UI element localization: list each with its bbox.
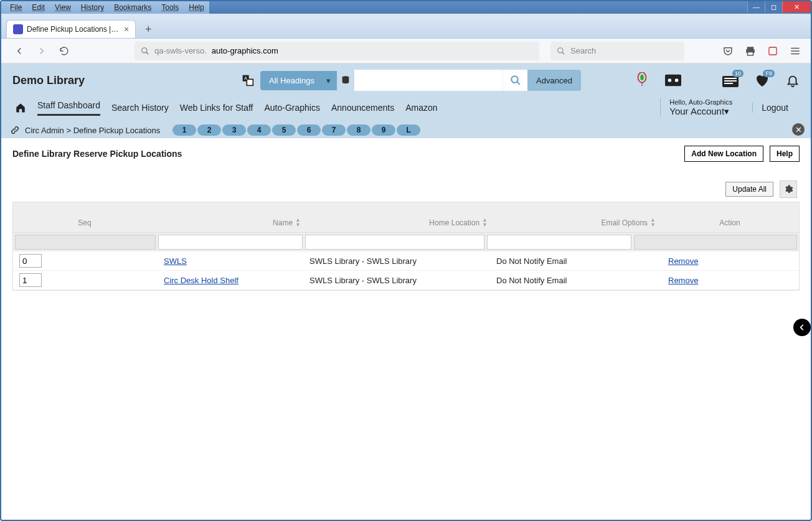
catalog-search-input[interactable] [354, 70, 503, 91]
seq-input[interactable] [19, 273, 42, 287]
session-pill-4[interactable]: 4 [247, 124, 271, 136]
cell-email: Do Not Notify Email [496, 276, 664, 285]
print-icon[interactable] [745, 45, 756, 57]
shield-icon[interactable] [767, 45, 778, 57]
nav-staff-dashboard[interactable]: Staff Dashboard [37, 100, 100, 116]
add-new-location-button[interactable]: Add New Location [684, 146, 763, 162]
side-chevron-left-icon[interactable] [793, 319, 811, 336]
menu-tools[interactable]: Tools [156, 2, 184, 13]
filter-action [634, 235, 797, 250]
col-header-seq[interactable]: Seq [13, 202, 156, 232]
location-name-link[interactable]: Circ Desk Hold Shelf [164, 276, 238, 285]
col-header-home[interactable]: Home Location▲▼ [306, 202, 493, 232]
search-scope-dropdown[interactable]: All Headings [260, 71, 337, 90]
nav-home-icon[interactable] [15, 102, 26, 113]
window-close-button[interactable]: ✕ [782, 1, 811, 12]
remove-link[interactable]: Remove [668, 276, 698, 285]
menu-history[interactable]: History [76, 2, 109, 13]
session-pill-2[interactable]: 2 [197, 124, 221, 136]
favicon-icon [13, 24, 23, 34]
bell-icon[interactable] [786, 73, 800, 88]
pocket-icon[interactable] [722, 45, 734, 57]
window-minimize-button[interactable]: — [747, 1, 765, 12]
location-name-link[interactable]: SWLS [164, 256, 187, 266]
logout-link[interactable]: Logout [752, 103, 797, 113]
help-button[interactable]: Help [770, 146, 800, 162]
browser-menu-bar: File Edit View History Bookmarks Tools H… [1, 1, 209, 14]
col-header-email[interactable]: Email Options▲▼ [493, 202, 661, 232]
filter-home[interactable] [305, 235, 484, 250]
svg-point-10 [511, 76, 518, 83]
window-titlebar: File Edit View History Bookmarks Tools H… [1, 1, 811, 14]
menu-help[interactable]: Help [184, 2, 209, 13]
page-title: Define Library Reserve Pickup Locations [12, 149, 182, 159]
browser-tab-active[interactable]: Define Pickup Locations | SWLS × [6, 20, 136, 38]
app-header: Demo Library A All Headings Advanced [1, 63, 811, 122]
svg-point-12 [640, 75, 644, 80]
session-pill-L[interactable]: L [397, 124, 420, 136]
col-header-name[interactable]: Name▲▼ [156, 202, 306, 232]
col-header-action: Action [661, 202, 799, 232]
sort-icon: ▲▼ [482, 217, 488, 227]
app-nav: Staff Dashboard Search History Web Links… [12, 91, 800, 122]
menu-view[interactable]: View [50, 2, 76, 13]
forward-button[interactable] [34, 43, 50, 59]
nav-amazon[interactable]: Amazon [405, 103, 437, 113]
nav-web-links[interactable]: Web Links for Staff [180, 103, 253, 113]
catalog-search-group: A All Headings Advanced [240, 70, 581, 91]
session-pill-1[interactable]: 1 [172, 124, 196, 136]
cell-home: SWLS Library - SWLS Library [309, 256, 496, 266]
new-tab-button[interactable]: + [139, 21, 157, 38]
cell-home: SWLS Library - SWLS Library [309, 276, 496, 285]
menu-edit[interactable]: Edit [27, 2, 50, 13]
filter-seq [15, 235, 156, 250]
filter-email[interactable] [487, 235, 631, 250]
search-glass-icon [141, 47, 149, 55]
address-bar[interactable]: qa-swls-verso.auto-graphics.com [135, 42, 539, 60]
back-button[interactable] [11, 43, 27, 59]
heart-icon[interactable]: F9 [755, 73, 770, 87]
nav-auto-graphics[interactable]: Auto-Graphics [265, 103, 320, 113]
catalog-search-button[interactable] [503, 70, 527, 91]
url-prefix: qa-swls-verso. [154, 46, 207, 55]
session-pill-7[interactable]: 7 [322, 124, 346, 136]
breadcrumb-path[interactable]: Circ Admin > Define Pickup Locations [25, 126, 160, 135]
gear-icon[interactable] [780, 181, 797, 198]
svg-point-1 [558, 47, 563, 52]
reload-button[interactable] [56, 43, 72, 59]
menu-file[interactable]: File [5, 2, 27, 13]
library-brand: Demo Library [12, 74, 85, 87]
cell-email: Do Not Notify Email [496, 256, 664, 266]
table-row: SWLS SWLS Library - SWLS Library Do Not … [13, 251, 799, 271]
account-box[interactable]: Hello, Auto-Graphics Your Account▾ [660, 98, 741, 117]
breadcrumb-close-icon[interactable]: ✕ [792, 123, 805, 136]
library-card-icon[interactable]: 10 [722, 73, 739, 87]
film-reels-icon[interactable] [665, 73, 681, 88]
database-icon[interactable] [337, 70, 354, 91]
session-pill-9[interactable]: 9 [372, 124, 395, 136]
update-all-button[interactable]: Update All [725, 182, 773, 197]
card-badge: 10 [732, 70, 744, 77]
session-pill-5[interactable]: 5 [272, 124, 296, 136]
seq-input[interactable] [19, 254, 42, 268]
menu-bookmarks[interactable]: Bookmarks [109, 2, 156, 13]
browser-search-box[interactable]: Search [550, 42, 684, 60]
nav-search-history[interactable]: Search History [111, 103, 169, 113]
svg-rect-2 [747, 47, 754, 49]
advanced-search-button[interactable]: Advanced [527, 70, 581, 91]
window-maximize-button[interactable]: ◻ [765, 1, 782, 12]
session-pill-6[interactable]: 6 [297, 124, 321, 136]
remove-link[interactable]: Remove [668, 256, 698, 266]
balloon-icon[interactable] [635, 72, 649, 88]
session-pills: 1 2 3 4 5 6 7 8 9 L [172, 124, 420, 136]
nav-announcements[interactable]: Announcements [331, 103, 394, 113]
browser-search-placeholder: Search [570, 46, 596, 55]
hamburger-menu-icon[interactable] [790, 45, 801, 57]
session-pill-3[interactable]: 3 [222, 124, 246, 136]
filter-name[interactable] [158, 235, 303, 250]
page-content: Define Library Reserve Pickup Locations … [1, 138, 811, 520]
translate-icon[interactable]: A [240, 74, 255, 87]
svg-rect-13 [665, 75, 681, 87]
tab-close-icon[interactable]: × [124, 24, 129, 34]
session-pill-8[interactable]: 8 [347, 124, 371, 136]
